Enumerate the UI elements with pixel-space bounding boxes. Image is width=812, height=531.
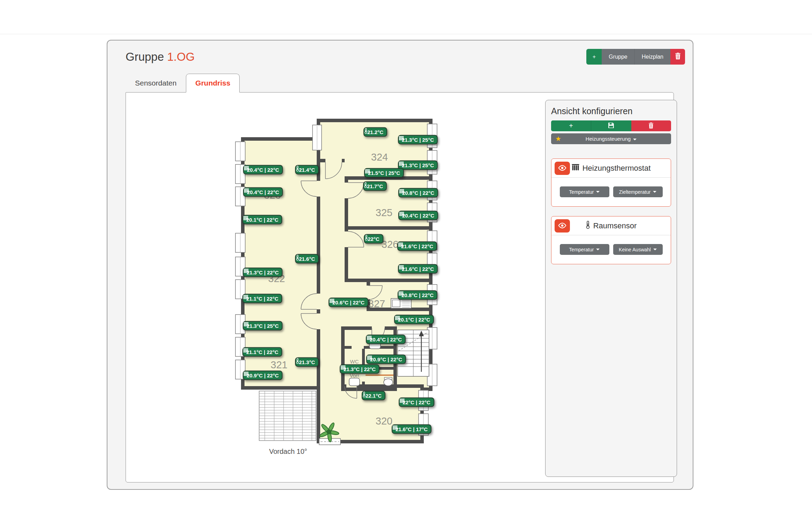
visibility-toggle-button[interactable] xyxy=(555,219,570,233)
add-group-button[interactable]: + xyxy=(586,49,602,65)
radiator-badge[interactable]: 21.3°C | 25°C xyxy=(398,135,438,145)
radiator-badge[interactable]: 20.6°C | 22°C xyxy=(329,298,368,307)
sensor-badge[interactable]: 21.7°C xyxy=(363,182,387,191)
room-label: Vordach 10° xyxy=(269,448,307,456)
header-button-group: + Gruppe Heizplan xyxy=(586,49,685,65)
floorplan: 324325326327323322321320WCVorr.Vordach 1… xyxy=(224,116,468,462)
room-label: 321 xyxy=(271,359,287,371)
room-label: 325 xyxy=(376,207,392,219)
chevron-down-icon xyxy=(633,139,637,140)
tab-bar: Sensordaten Grundriss xyxy=(126,74,240,93)
trash-icon xyxy=(675,53,681,61)
room-label: WC xyxy=(350,359,359,364)
radiator-badge[interactable]: 21.6°C | 22°C xyxy=(398,264,438,274)
tab-grundriss[interactable]: Grundriss xyxy=(186,74,240,93)
radiator-badge[interactable]: 20.4°C | 22°C xyxy=(366,335,406,344)
view-config-panel: Ansicht konfigurieren + xyxy=(545,100,677,477)
vordach-canopy xyxy=(259,391,316,441)
page: Gruppe 1.OG + Gruppe Heizplan Sensordate… xyxy=(0,0,812,531)
room-label: 326 xyxy=(382,239,398,250)
save-icon xyxy=(608,122,614,130)
group-card: Gruppe 1.OG + Gruppe Heizplan Sensordate… xyxy=(107,40,693,490)
eye-icon xyxy=(558,165,567,172)
plus-icon: + xyxy=(569,122,573,130)
thermometer-icon xyxy=(586,221,590,231)
radiator-badge[interactable]: 20.9°C | 22°C xyxy=(243,371,283,380)
section-controls: Temperatur Keine Auswahl xyxy=(551,235,671,264)
radiator-badge[interactable]: 21.6°C | 22°C xyxy=(397,242,437,251)
gruppe-button[interactable]: Gruppe xyxy=(602,49,634,65)
radiator-badge[interactable]: 21.1°C | 22°C xyxy=(242,294,282,303)
heizplan-button[interactable]: Heizplan xyxy=(634,49,670,65)
save-view-button[interactable] xyxy=(591,120,631,131)
radiator-badge[interactable]: 20.9°C | 22°C xyxy=(366,355,406,364)
sensor-badge[interactable]: 21.6°C xyxy=(295,254,319,264)
section-title: Heizungsthermostat xyxy=(572,163,651,173)
temperatur-dropdown[interactable]: Temperatur xyxy=(560,186,609,197)
radiator-badge[interactable]: 20.1°C | 22°C xyxy=(394,315,434,324)
radiator-badge[interactable]: 20.4°C | 22°C xyxy=(398,211,438,220)
chevron-down-icon xyxy=(596,249,600,250)
chevron-down-icon xyxy=(653,191,656,193)
section-controls: Temperatur Zieltemperatur xyxy=(551,178,671,206)
radiator-icon xyxy=(572,163,579,173)
temperatur-dropdown[interactable]: Temperatur xyxy=(560,244,609,255)
chevron-down-icon xyxy=(653,249,657,250)
room-label: 327 xyxy=(368,298,385,310)
radiator-badge[interactable]: 20.4°C | 22°C xyxy=(243,165,283,175)
config-toolbar: + xyxy=(551,120,671,131)
tab-sensordaten[interactable]: Sensordaten xyxy=(126,74,186,93)
room-label: 324 xyxy=(371,152,388,163)
radiator-badge[interactable]: 21.6°C | 17°C xyxy=(392,425,431,434)
room-label: 320 xyxy=(376,415,392,427)
radiator-badge[interactable]: 22°C | 22°C xyxy=(399,398,434,407)
trash-icon xyxy=(648,123,654,130)
radiator-badge[interactable]: 20.8°C | 22°C xyxy=(398,188,438,198)
sensor-badge[interactable]: 21.4°C xyxy=(295,165,319,175)
zieltemperatur-dropdown[interactable]: Zieltemperatur xyxy=(613,186,663,197)
auswahl-dropdown[interactable]: Keine Auswahl xyxy=(613,244,663,255)
section-heizungsthermostat: Heizungsthermostat Temperatur Zieltemper… xyxy=(551,158,671,207)
radiator-badge[interactable]: 20.1°C | 22°C xyxy=(242,215,282,224)
sensor-badge[interactable]: 21.2°C xyxy=(363,127,387,137)
star-icon: ★ xyxy=(555,135,561,143)
radiator-badge[interactable]: 20.8°C | 22°C xyxy=(398,290,437,300)
section-title: Raumsensor xyxy=(586,221,637,231)
view-select-dropdown[interactable]: ★ Heizungssteuerung xyxy=(551,133,671,144)
radiator-badge[interactable]: 21.3°C | 22°C xyxy=(340,364,379,374)
radiator-badge[interactable]: 20.4°C | 22°C xyxy=(243,187,283,197)
config-title: Ansicht konfigurieren xyxy=(551,106,671,116)
section-header: Heizungsthermostat xyxy=(551,159,671,178)
grundriss-panel: 324325326327323322321320WCVorr.Vordach 1… xyxy=(126,92,674,482)
add-view-button[interactable]: + xyxy=(551,120,591,131)
chevron-down-icon xyxy=(596,191,600,193)
sensor-badge[interactable]: 22.1°C xyxy=(362,391,385,400)
delete-group-button[interactable] xyxy=(670,49,685,65)
section-raumsensor: Raumsensor Temperatur Keine Auswahl xyxy=(551,216,671,264)
radiator-badge[interactable]: 21.1°C | 22°C xyxy=(242,347,282,357)
page-title: Gruppe 1.OG xyxy=(126,50,195,64)
plus-icon: + xyxy=(593,54,596,60)
delete-view-button[interactable] xyxy=(631,120,671,131)
sensor-badge[interactable]: 22°C xyxy=(364,234,383,244)
radiator-badge[interactable]: 21.5°C | 25°C xyxy=(364,168,404,178)
sensor-badge[interactable]: 21.3°C xyxy=(295,357,319,367)
visibility-toggle-button[interactable] xyxy=(555,162,570,175)
radiator-badge[interactable]: 21.3°C | 22°C xyxy=(243,268,283,277)
radiator-badge[interactable]: 21.3°C | 25°C xyxy=(398,161,438,170)
radiator-badge[interactable]: 21.3°C | 25°C xyxy=(243,321,283,331)
page-divider xyxy=(0,34,812,34)
group-name: 1.OG xyxy=(167,50,195,63)
view-select-label: Heizungssteuerung xyxy=(586,136,637,142)
eye-icon xyxy=(558,222,567,230)
section-header: Raumsensor xyxy=(551,216,671,235)
title-prefix: Gruppe xyxy=(126,50,164,63)
